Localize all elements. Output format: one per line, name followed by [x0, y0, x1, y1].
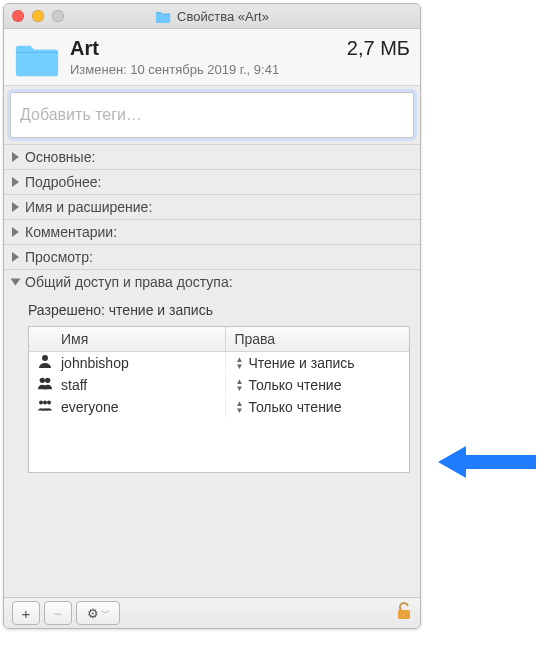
lock-icon[interactable] — [396, 602, 412, 625]
column-name[interactable]: Имя — [29, 327, 226, 351]
svg-marker-7 — [438, 446, 536, 478]
tags-field[interactable] — [10, 92, 414, 138]
header: Art 2,7 МБ Изменен: 10 сентябрь 2019 г.,… — [4, 29, 420, 86]
stepper-icon: ▲▼ — [234, 356, 244, 370]
add-button[interactable]: + — [12, 601, 40, 625]
action-menu-button[interactable]: ⚙ ﹀ — [76, 601, 120, 625]
user-icon — [37, 376, 53, 393]
zoom-icon[interactable] — [52, 10, 64, 22]
footer: + − ⚙ ﹀ — [4, 597, 420, 628]
svg-point-1 — [40, 378, 45, 383]
disclosure-icon — [11, 279, 21, 286]
minimize-icon[interactable] — [32, 10, 44, 22]
disclosure-icon — [12, 252, 19, 262]
info-window: Свойства «Art» Art 2,7 МБ Изменен: 10 се… — [3, 3, 421, 629]
section-name-ext[interactable]: Имя и расширение: — [4, 195, 420, 220]
svg-point-2 — [45, 378, 50, 383]
section-preview[interactable]: Просмотр: — [4, 245, 420, 270]
chevron-down-icon: ﹀ — [101, 607, 110, 620]
titlebar: Свойства «Art» — [4, 4, 420, 29]
user-icon — [37, 354, 53, 371]
permission-summary: Разрешено: чтение и запись — [28, 302, 410, 318]
traffic-lights — [12, 10, 64, 22]
folder-icon — [14, 40, 60, 80]
section-sharing[interactable]: Общий доступ и права доступа: — [4, 270, 420, 294]
column-privilege[interactable]: Права — [226, 327, 409, 351]
svg-point-0 — [42, 355, 48, 361]
window-title: Свойства «Art» — [177, 9, 269, 24]
disclosure-icon — [12, 227, 19, 237]
folder-icon — [155, 10, 171, 23]
sharing-body: Разрешено: чтение и запись Имя Права joh… — [4, 294, 420, 513]
item-name: Art — [70, 37, 99, 60]
section-label: Просмотр: — [25, 249, 93, 265]
stepper-icon: ▲▼ — [234, 378, 244, 392]
disclosure-icon — [12, 177, 19, 187]
privilege-cell[interactable]: ▲▼Только чтение — [226, 396, 409, 417]
user-name: everyone — [61, 399, 119, 415]
privilege-value: Только чтение — [248, 399, 341, 415]
svg-rect-6 — [398, 610, 410, 619]
svg-point-3 — [39, 401, 43, 405]
section-label: Общий доступ и права доступа: — [25, 274, 233, 290]
privilege-cell[interactable]: ▲▼Только чтение — [226, 374, 409, 395]
section-comments[interactable]: Комментарии: — [4, 220, 420, 245]
gear-icon: ⚙ — [87, 606, 99, 621]
privilege-cell[interactable]: ▲▼Чтение и запись — [226, 352, 409, 373]
table-row[interactable]: johnbishop▲▼Чтение и запись — [29, 352, 409, 374]
disclosure-icon — [12, 202, 19, 212]
annotation-arrow-icon — [438, 442, 538, 482]
section-label: Имя и расширение: — [25, 199, 152, 215]
table-header: Имя Права — [29, 327, 409, 352]
svg-point-5 — [47, 401, 51, 405]
modified-date: Изменен: 10 сентябрь 2019 г., 9:41 — [70, 62, 410, 77]
section-label: Основные: — [25, 149, 95, 165]
user-name: staff — [61, 377, 87, 393]
user-icon — [37, 398, 53, 415]
tags-input[interactable] — [12, 94, 421, 136]
privilege-value: Чтение и запись — [248, 355, 354, 371]
privilege-value: Только чтение — [248, 377, 341, 393]
table-row[interactable]: staff▲▼Только чтение — [29, 374, 409, 396]
user-name: johnbishop — [61, 355, 129, 371]
stepper-icon: ▲▼ — [234, 400, 244, 414]
section-label: Подробнее: — [25, 174, 102, 190]
section-label: Комментарии: — [25, 224, 117, 240]
permissions-table: Имя Права johnbishop▲▼Чтение и записьsta… — [28, 326, 410, 473]
table-row[interactable]: everyone▲▼Только чтение — [29, 396, 409, 418]
section-general[interactable]: Основные: — [4, 145, 420, 170]
disclosure-icon — [12, 152, 19, 162]
section-more[interactable]: Подробнее: — [4, 170, 420, 195]
close-icon[interactable] — [12, 10, 24, 22]
remove-button: − — [44, 601, 72, 625]
item-size: 2,7 МБ — [347, 37, 410, 60]
svg-point-4 — [43, 401, 47, 405]
